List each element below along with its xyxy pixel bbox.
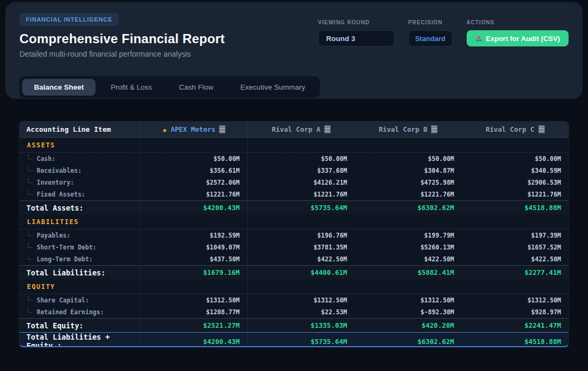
value-cell: $420.20M — [355, 319, 462, 332]
section-header-row: EQUITY — [19, 279, 569, 294]
row-label: Payables: — [37, 232, 70, 239]
value-cell: $1312.50M — [141, 294, 248, 306]
row-label-cell: Total Liabilities + Equity : — [19, 333, 141, 347]
table-body: ASSETSCash:$50.00M$50.00M$50.00M$50.00MR… — [19, 138, 569, 346]
row-label: Cash: — [37, 155, 56, 163]
building-icon — [219, 125, 225, 133]
value-cell: $50.00M — [141, 153, 248, 165]
value-cell: $356.61M — [141, 165, 248, 177]
tab-executive-summary[interactable]: Executive Summary — [229, 79, 317, 96]
row-label-cell: ASSETS — [19, 138, 141, 152]
section-header-row: ASSETS — [19, 138, 569, 153]
precision-button[interactable]: Standard — [408, 30, 453, 46]
line-item-column-header: Accounting Line Item — [19, 122, 141, 137]
row-label: Short-Term Debt: — [37, 244, 97, 251]
tree-connector — [28, 296, 33, 301]
precision-group: PRECISION Standard — [408, 19, 453, 46]
grand-total-row: Total Liabilities + Equity :$4200.43M$57… — [19, 332, 569, 346]
value-cell: $1312.50M — [355, 294, 462, 306]
empty-cell — [462, 214, 569, 229]
row-label: Share Capital: — [37, 296, 89, 304]
value-cell: $337.68M — [248, 165, 354, 177]
page-title: Comprehensive Financial Report — [19, 31, 225, 46]
company-column-header: Rival Corp C — [462, 122, 569, 137]
line-item-row: Payables:$192.59M$196.76M$199.79M$197.39… — [19, 230, 569, 241]
tree-connector — [28, 166, 33, 171]
value-cell: $1679.16M — [141, 266, 248, 279]
empty-cell — [141, 214, 248, 229]
row-label-cell: Cash: — [19, 153, 141, 165]
tree-connector — [28, 154, 33, 159]
value-cell: $422.50M — [355, 253, 462, 265]
value-cell: $50.00M — [355, 153, 462, 165]
star-icon: ★ — [162, 126, 167, 133]
row-label: EQUITY — [27, 283, 55, 291]
row-label-cell: Long-Term Debt: — [19, 253, 141, 265]
value-cell: $4200.43M — [141, 201, 248, 214]
value-cell: $50.00M — [462, 153, 569, 165]
tab-bar: Balance Sheet Profit & Loss Cash Flow Ex… — [19, 76, 320, 98]
tree-connector — [28, 308, 33, 313]
empty-cell — [248, 138, 354, 152]
value-cell: $4725.98M — [355, 177, 462, 188]
value-cell: $192.59M — [141, 230, 248, 241]
value-cell: $4200.43M — [141, 333, 248, 347]
row-label: Total Assets: — [26, 204, 84, 212]
value-cell: $2241.47M — [462, 319, 569, 332]
empty-cell — [355, 279, 462, 294]
tree-connector — [28, 255, 33, 260]
value-cell: $422.50M — [462, 253, 569, 265]
company-column-header: Rival Corp A — [248, 122, 354, 137]
empty-cell — [141, 138, 248, 152]
building-icon — [538, 125, 545, 133]
tab-cash-flow[interactable]: Cash Flow — [167, 79, 225, 96]
export-csv-button[interactable]: Export for Audit (CSV) — [467, 30, 569, 46]
value-cell: $5882.41M — [355, 266, 462, 279]
line-item-row: Share Capital:$1312.50M$1312.50M$1312.50… — [19, 294, 569, 306]
line-item-row: Cash:$50.00M$50.00M$50.00M$50.00M — [19, 153, 569, 165]
tab-balance-sheet[interactable]: Balance Sheet — [22, 79, 95, 96]
empty-cell — [462, 279, 569, 294]
value-cell: $22.53M — [248, 306, 354, 318]
row-label: Retained Earnings: — [37, 308, 104, 316]
line-item-row: Fixed Assets:$1221.76M$1221.76M$1221.76M… — [19, 188, 569, 200]
row-label-cell: Short-Term Debt: — [19, 241, 141, 253]
value-cell: $4518.88M — [462, 201, 569, 214]
company-name: Rival Corp B — [379, 125, 427, 133]
value-cell: $422.50M — [248, 253, 354, 265]
company-column-header: ★APEX Motors — [141, 122, 248, 137]
value-cell: $1221.76M — [141, 188, 248, 200]
viewing-round-select[interactable]: Round 3 — [318, 30, 394, 46]
header-panel: FINANCIAL INTELLIGENCE Comprehensive Fin… — [5, 2, 583, 99]
value-cell: $340.59M — [462, 165, 569, 177]
export-button-label: Export for Audit (CSV) — [486, 35, 560, 43]
empty-cell — [355, 138, 462, 152]
line-item-row: Retained Earnings:$1208.77M$22.53M$-892.… — [19, 306, 569, 318]
header-controls: VIEWING ROUND Round 3 PRECISION Standard… — [318, 19, 569, 46]
value-cell: $1049.07M — [141, 241, 248, 253]
row-label-cell: Fixed Assets: — [19, 188, 141, 200]
value-cell: $1221.76M — [462, 188, 569, 200]
download-icon — [475, 35, 482, 42]
value-cell: $1221.76M — [248, 188, 354, 200]
row-label-cell: Payables: — [19, 230, 141, 241]
empty-cell — [141, 279, 248, 294]
line-item-row: Receivables:$356.61M$337.68M$304.87M$340… — [19, 165, 569, 177]
value-cell: $6302.62M — [355, 201, 462, 214]
financial-intelligence-badge: FINANCIAL INTELLIGENCE — [19, 13, 119, 26]
value-cell: $1221.76M — [355, 188, 462, 200]
row-label-cell: Share Capital: — [19, 294, 141, 306]
tab-profit-loss[interactable]: Profit & Loss — [99, 79, 164, 96]
line-item-row: Inventory:$2572.06M$4126.21M$4725.98M$29… — [19, 177, 569, 188]
company-column-header: Rival Corp B — [355, 122, 462, 137]
value-cell: $1312.50M — [462, 294, 569, 306]
empty-cell — [248, 279, 354, 294]
viewing-round-group: VIEWING ROUND Round 3 — [318, 19, 394, 46]
row-label-cell: Total Assets: — [19, 201, 141, 214]
row-label-cell: Total Liabilities: — [19, 266, 141, 279]
viewing-round-value: Round 3 — [326, 35, 355, 43]
total-row: Total Liabilities:$1679.16M$4400.61M$588… — [19, 265, 569, 279]
actions-group: ACTIONS Export for Audit (CSV) — [467, 19, 569, 46]
tree-connector — [28, 231, 33, 236]
line-item-row: Short-Term Debt:$1049.07M$3781.35M$5260.… — [19, 241, 569, 253]
